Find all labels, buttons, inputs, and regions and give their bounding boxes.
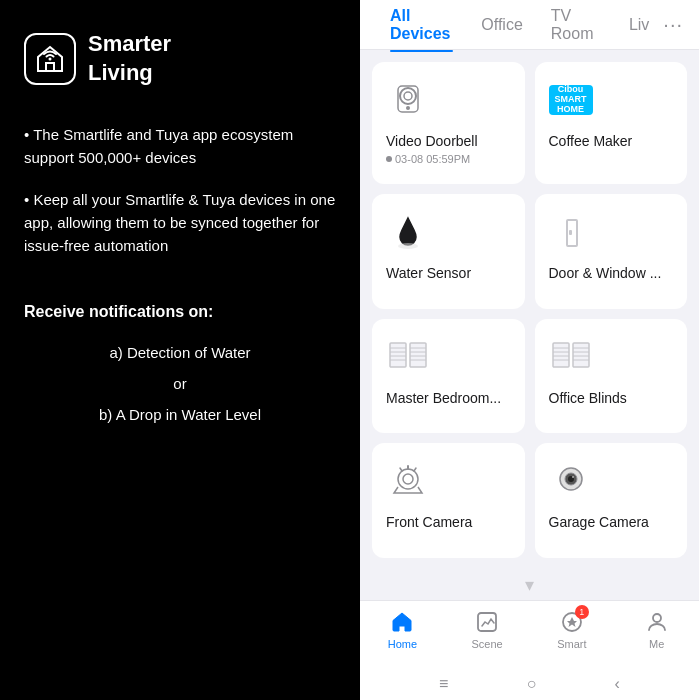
svg-point-39 (653, 614, 661, 622)
cibou-brand-badge: CibouSMART HOME (549, 85, 593, 115)
device-card-office-blinds[interactable]: Office Blinds (535, 319, 688, 434)
front-camera-icon (386, 459, 430, 503)
tab-all-devices[interactable]: All Devices (376, 0, 467, 51)
more-button[interactable]: ··· (663, 13, 683, 36)
master-bedroom-blinds-icon (386, 335, 430, 379)
android-menu-icon: ≡ (439, 675, 448, 693)
smart-badge: 1 (575, 605, 589, 619)
home-icon (389, 609, 415, 635)
svg-point-2 (404, 92, 412, 100)
app-logo-icon (24, 33, 76, 85)
coffee-maker-name: Coffee Maker (549, 132, 633, 150)
detection-b: b) A Drop in Water Level (24, 401, 336, 428)
logo-area: Smarter Living (24, 30, 336, 87)
door-window-icon (549, 210, 593, 254)
bottom-nav-smart[interactable]: 1 Smart (530, 609, 615, 650)
water-sensor-name: Water Sensor (386, 264, 471, 282)
device-card-garage-camera[interactable]: Garage Camera (535, 443, 688, 558)
svg-point-36 (572, 476, 574, 478)
scroll-indicator: ▾ (360, 570, 699, 600)
svg-point-0 (49, 57, 52, 60)
top-nav: All Devices Office TV Room Liv ··· (360, 0, 699, 50)
bullet-1: • The Smartlife and Tuya app ecosystem s… (24, 123, 336, 170)
garage-camera-name: Garage Camera (549, 513, 649, 531)
or-label: or (24, 370, 336, 397)
device-card-master-bedroom-blinds[interactable]: Master Bedroom... (372, 319, 525, 434)
android-home-icon: ○ (527, 675, 537, 693)
bottom-nav-scene[interactable]: Scene (445, 609, 530, 650)
smart-icon: 1 (559, 609, 585, 635)
device-grid: Video Doorbell 03-08 05:59PM CibouSMART … (360, 50, 699, 570)
bottom-nav-home[interactable]: Home (360, 609, 445, 650)
me-label: Me (649, 638, 664, 650)
front-camera-name: Front Camera (386, 513, 472, 531)
right-panel: All Devices Office TV Room Liv ··· Video… (360, 0, 699, 700)
svg-point-28 (398, 469, 418, 489)
svg-point-1 (400, 88, 416, 104)
me-icon (644, 609, 670, 635)
device-card-coffee-maker[interactable]: CibouSMART HOME Coffee Maker (535, 62, 688, 184)
smart-label: Smart (557, 638, 586, 650)
home-label: Home (388, 638, 417, 650)
device-card-front-camera[interactable]: Front Camera (372, 443, 525, 558)
house-wifi-icon (34, 43, 66, 75)
device-card-video-doorbell[interactable]: Video Doorbell 03-08 05:59PM (372, 62, 525, 184)
coffee-maker-icon: CibouSMART HOME (549, 78, 593, 122)
office-blinds-name: Office Blinds (549, 389, 627, 407)
garage-camera-icon (549, 459, 593, 503)
svg-line-32 (400, 468, 402, 471)
bullet-points: • The Smartlife and Tuya app ecosystem s… (24, 123, 336, 275)
android-back-icon: ‹ (615, 675, 620, 693)
svg-rect-13 (410, 343, 426, 367)
svg-point-4 (406, 106, 410, 110)
svg-rect-7 (569, 230, 572, 235)
device-card-door-window[interactable]: Door & Window ... (535, 194, 688, 309)
app-name: Smarter Living (88, 30, 171, 87)
bullet-2: • Keep all your Smartlife & Tuya devices… (24, 188, 336, 258)
detection-items: a) Detection of Water or b) A Drop in Wa… (24, 339, 336, 432)
bottom-nav-me[interactable]: Me (614, 609, 699, 650)
video-doorbell-name: Video Doorbell (386, 132, 478, 150)
svg-point-5 (398, 243, 418, 249)
scene-label: Scene (472, 638, 503, 650)
android-nav-bar: ≡ ○ ‹ (360, 668, 699, 700)
svg-line-31 (414, 468, 416, 471)
door-window-name: Door & Window ... (549, 264, 662, 282)
svg-rect-18 (553, 343, 569, 367)
office-blinds-icon (549, 335, 593, 379)
left-panel: Smarter Living • The Smartlife and Tuya … (0, 0, 360, 700)
bottom-nav: Home Scene 1 Smart (360, 600, 699, 668)
master-bedroom-blinds-name: Master Bedroom... (386, 389, 501, 407)
water-sensor-icon (386, 210, 430, 254)
detection-a: a) Detection of Water (24, 339, 336, 366)
svg-point-29 (403, 474, 413, 484)
video-doorbell-icon (386, 78, 430, 122)
tab-office[interactable]: Office (467, 8, 537, 42)
tab-tv-room[interactable]: TV Room (537, 0, 615, 51)
device-card-water-sensor[interactable]: Water Sensor (372, 194, 525, 309)
video-doorbell-sub: 03-08 05:59PM (386, 153, 470, 165)
tab-liv[interactable]: Liv (615, 8, 663, 42)
scene-icon (474, 609, 500, 635)
receive-title: Receive notifications on: (24, 303, 336, 321)
svg-rect-23 (573, 343, 589, 367)
svg-rect-8 (390, 343, 406, 367)
